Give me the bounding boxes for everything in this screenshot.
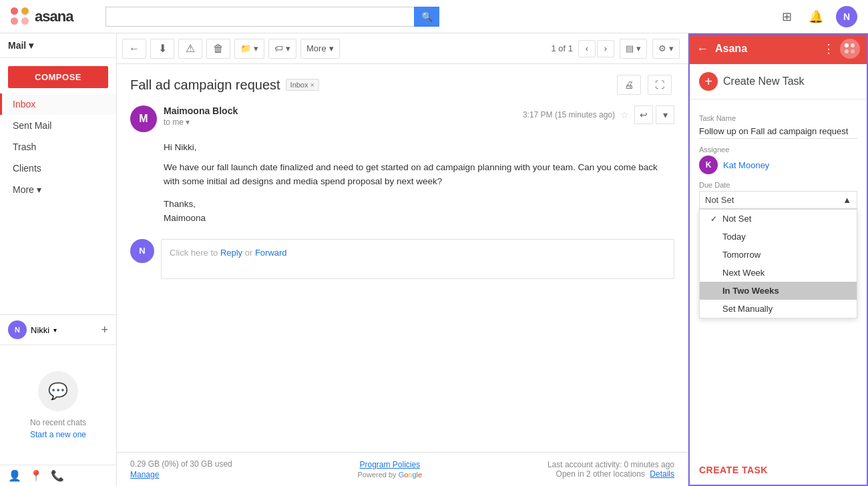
email-sign: Thanks, Maimoona bbox=[164, 197, 674, 226]
folder-dropdown[interactable]: 📁 ▾ bbox=[234, 39, 264, 59]
last-activity-text: Last account activity: 0 minutes ago bbox=[548, 460, 674, 469]
dropdown-item-today[interactable]: Today bbox=[700, 228, 857, 246]
option-tomorrow: Tomorrow bbox=[722, 250, 761, 260]
archive-button[interactable]: ⬇ bbox=[150, 39, 174, 59]
chat-add-button[interactable]: + bbox=[101, 323, 108, 337]
folder-icon: 📁 bbox=[240, 43, 251, 53]
chat-user[interactable]: N Nikki ▾ bbox=[8, 320, 57, 339]
sender-initial: M bbox=[139, 113, 148, 125]
delete-button[interactable]: 🗑 bbox=[206, 39, 230, 59]
reply-button[interactable]: ↩ bbox=[634, 105, 653, 124]
assignee-avatar: K bbox=[699, 156, 718, 174]
assignee-name[interactable]: Kat Mooney bbox=[723, 160, 769, 170]
email-header: M Maimoona Block to me ▾ 3:17 PM (15 min… bbox=[130, 105, 674, 132]
due-date-label: Due Date bbox=[699, 181, 857, 189]
logo-dot-3 bbox=[11, 17, 18, 25]
top-bar: asana 🔍 ⊞ 🔔 N bbox=[0, 0, 868, 33]
email-subject: Fall ad campaign request bbox=[130, 77, 280, 93]
more-button[interactable]: More ▾ bbox=[300, 39, 340, 59]
manage-link[interactable]: Manage bbox=[130, 470, 232, 479]
sidebar-item-more[interactable]: More ▾ bbox=[0, 179, 116, 200]
due-date-value: Not Set bbox=[705, 195, 734, 205]
email-content: Fall ad campaign request Inbox × 🖨 ⛶ M M… bbox=[117, 64, 688, 452]
forward-link[interactable]: Forward bbox=[255, 248, 287, 258]
person-icon[interactable]: 👤 bbox=[8, 469, 21, 482]
user-avatar[interactable]: N bbox=[836, 6, 857, 27]
dropdown-arrow-icon[interactable]: ▾ bbox=[186, 117, 190, 127]
chat-bubble-icon: 💬 bbox=[38, 371, 78, 411]
logo-dot-1 bbox=[11, 7, 18, 15]
option-next-week: Next Week bbox=[722, 268, 765, 278]
compose-button[interactable]: COMPOSE bbox=[8, 66, 108, 88]
task-form: Task Name Follow up on Fall ad campaign … bbox=[688, 99, 868, 459]
more-actions-button[interactable]: ▾ bbox=[656, 105, 674, 124]
create-task-submit-button[interactable]: CREATE TASK bbox=[699, 465, 768, 475]
asana-title: Asana bbox=[715, 43, 747, 55]
email-actions: ↩ ▾ bbox=[634, 105, 674, 124]
star-icon[interactable]: ☆ bbox=[620, 109, 629, 120]
grid-icon[interactable]: ⊞ bbox=[777, 7, 796, 26]
details-link[interactable]: Details bbox=[650, 469, 674, 479]
logo-dots bbox=[11, 7, 29, 26]
view-chevron-icon: ▾ bbox=[636, 43, 641, 53]
sidebar-item-clients[interactable]: Clients bbox=[0, 158, 116, 179]
due-date-select[interactable]: Not Set ▲ bbox=[699, 191, 857, 209]
create-task-row[interactable]: + Create New Task bbox=[688, 64, 868, 99]
inbox-badge[interactable]: Inbox × bbox=[286, 79, 319, 91]
view-dropdown[interactable]: ▤ ▾ bbox=[620, 39, 647, 59]
reply-input[interactable]: Click here to Reply or Forward bbox=[161, 239, 674, 279]
tag-dropdown[interactable]: 🏷 ▾ bbox=[268, 39, 296, 59]
bell-icon[interactable]: 🔔 bbox=[807, 7, 825, 26]
sidebar-item-trash[interactable]: Trash bbox=[0, 136, 116, 158]
location-icon[interactable]: 📍 bbox=[29, 469, 43, 482]
task-name-input[interactable]: Follow up on Fall ad campaign request bbox=[699, 124, 857, 139]
prev-page-button[interactable]: ‹ bbox=[578, 40, 596, 57]
assignee-label: Assignee bbox=[699, 146, 857, 154]
search-button[interactable]: 🔍 bbox=[414, 7, 439, 27]
option-manually: Set Manually bbox=[722, 304, 773, 314]
sidebar-item-inbox[interactable]: Inbox bbox=[0, 93, 116, 115]
assignee-row: K Kat Mooney bbox=[699, 156, 857, 174]
sidebar-item-sent[interactable]: Sent Mail bbox=[0, 115, 116, 136]
chat-start-link[interactable]: Start a new one bbox=[30, 430, 86, 439]
dropdown-item-manually[interactable]: Set Manually bbox=[700, 300, 857, 318]
dropdown-item-not-set[interactable]: ✓ Not Set bbox=[700, 210, 857, 228]
reply-or-text: or bbox=[245, 248, 255, 258]
dropdown-item-tomorrow[interactable]: Tomorrow bbox=[700, 246, 857, 264]
reply-link[interactable]: Reply bbox=[220, 248, 242, 258]
email-subject-row: Fall ad campaign request Inbox × 🖨 ⛶ bbox=[130, 75, 674, 95]
asana-logo-circle bbox=[840, 39, 860, 59]
next-page-button[interactable]: › bbox=[597, 40, 614, 57]
open-other-text: Open in 2 other locations bbox=[556, 469, 645, 479]
phone-icon[interactable]: 📞 bbox=[51, 469, 64, 482]
email-greeting: Hi Nikki, bbox=[164, 140, 674, 155]
chat-panel: N Nikki ▾ + 💬 No recent chats Start a ne… bbox=[0, 314, 116, 486]
expand-button[interactable]: ⛶ bbox=[648, 75, 672, 95]
settings-dropdown[interactable]: ⚙ ▾ bbox=[652, 39, 680, 59]
chat-footer: 👤 📍 📞 bbox=[0, 465, 116, 486]
footer-right: Last account activity: 0 minutes ago Ope… bbox=[548, 460, 674, 479]
asana-more-button[interactable]: ⋮ bbox=[823, 41, 835, 56]
inbox-badge-close-icon[interactable]: × bbox=[310, 81, 314, 89]
search-input[interactable] bbox=[105, 7, 414, 27]
pager-text: 1 of 1 bbox=[551, 43, 573, 53]
logo: asana bbox=[11, 7, 97, 26]
tag-icon: 🏷 bbox=[274, 43, 283, 53]
main-content: Mail ▾ COMPOSE Inbox Sent Mail Trash Cli… bbox=[0, 33, 868, 486]
asana-back-button[interactable]: ← bbox=[696, 42, 708, 56]
dropdown-item-two-weeks[interactable]: In Two Weeks bbox=[700, 282, 857, 300]
asana-panel: ← Asana ⋮ + Create New Task bbox=[688, 33, 868, 486]
settings-chevron-icon: ▾ bbox=[669, 43, 674, 53]
sidebar: Mail ▾ COMPOSE Inbox Sent Mail Trash Cli… bbox=[0, 33, 117, 486]
mail-dropdown[interactable]: Mail ▾ bbox=[0, 33, 116, 58]
chat-content: 💬 No recent chats Start a new one bbox=[0, 344, 116, 465]
back-button[interactable]: ← bbox=[122, 39, 146, 59]
to-label: to me bbox=[164, 117, 184, 127]
print-button[interactable]: 🖨 bbox=[617, 75, 641, 95]
footer-links: Open in 2 other locations Details bbox=[548, 469, 674, 479]
report-button[interactable]: ⚠ bbox=[178, 39, 202, 59]
dropdown-item-next-week[interactable]: Next Week bbox=[700, 264, 857, 282]
inbox-badge-label: Inbox bbox=[290, 81, 308, 89]
more-chevron-icon: ▾ bbox=[329, 43, 334, 53]
program-policies-link[interactable]: Program Policies bbox=[357, 460, 422, 469]
